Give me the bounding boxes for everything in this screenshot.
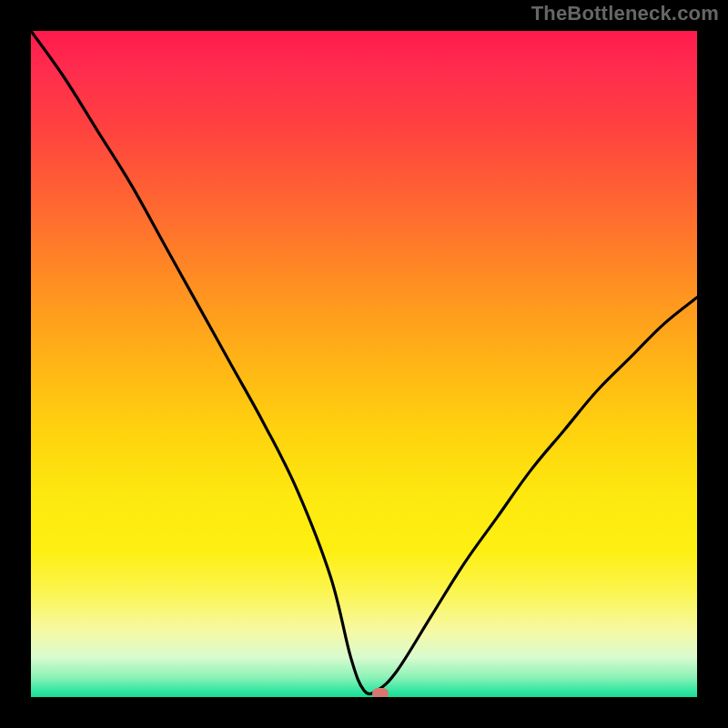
- chart-frame: TheBottleneck.com: [0, 0, 728, 728]
- bottleneck-curve: [31, 31, 697, 697]
- optimal-marker: [372, 688, 389, 697]
- plot-area: [31, 31, 697, 697]
- attribution-label: TheBottleneck.com: [531, 2, 719, 25]
